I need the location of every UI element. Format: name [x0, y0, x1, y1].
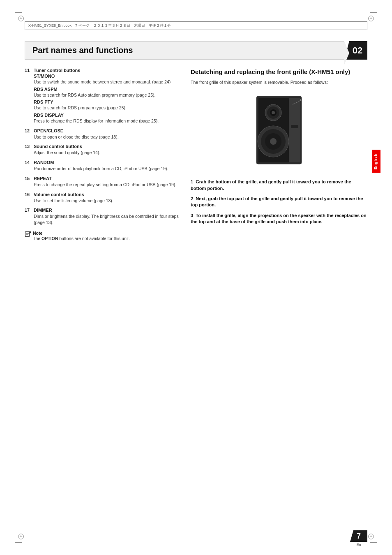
section-12-title: OPEN/CLOSE [34, 128, 63, 133]
svg-text:!: ! [30, 231, 30, 233]
file-info-bar: X-HM51_SYXE8_En.book 7 ページ ２０１３年３月２８日 木曜… [25, 21, 367, 30]
left-column: 11 Tuner control buttons ST/MONO Use to … [25, 68, 181, 241]
section-11-title: Tuner control buttons [34, 68, 80, 73]
section-15: 15 REPEAT Press to change the repeat pla… [25, 176, 181, 188]
section-11-body-rdsaspm: Use to search for RDS Auto station progr… [34, 92, 181, 98]
section-11-body-stmono: Use to switch the sound mode between ste… [34, 79, 181, 85]
svg-point-12 [272, 111, 275, 114]
section-12: 12 OPEN/CLOSE Use to open or close the d… [25, 128, 181, 140]
step-2-number: 2 [191, 196, 196, 201]
reg-mark-tr [368, 16, 374, 21]
header-title-box: Part names and functions [25, 41, 344, 60]
reg-mark-br [368, 534, 374, 539]
english-tab: English [372, 150, 380, 173]
detach-section-intro: The front grille of this speaker system … [191, 79, 367, 86]
section-14-title: RANDOM [34, 160, 54, 165]
right-column: English Detatching and replacing the fro… [191, 68, 367, 229]
section-11-body-rdspty: Use to search for RDS program types (pag… [34, 105, 181, 111]
section-16-body: Use to set the listening volume (page 13… [34, 198, 181, 204]
section-14-number: 14 [25, 160, 31, 165]
page-number-box: 7 [350, 530, 367, 542]
section-15-body: Press to change the repeat play setting … [34, 182, 181, 188]
section-13: 13 Sound control buttons Adjust the soun… [25, 144, 181, 156]
section-14-header: 14 RANDOM [25, 160, 181, 165]
section-11-subtitle-stmono: ST/MONO [34, 74, 181, 79]
section-11-header: 11 Tuner control buttons [25, 68, 181, 73]
svg-rect-19 [291, 125, 298, 128]
main-content: Part names and functions 02 11 Tuner con… [25, 41, 367, 522]
section-11-subtitle-rdspty: RDS PTY [34, 99, 181, 104]
speaker-image-container [246, 90, 312, 172]
section-13-title: Sound control buttons [34, 144, 82, 149]
section-13-number: 13 [25, 144, 31, 149]
step-3: 3 To install the grille, align the proje… [191, 213, 367, 225]
reg-mark-bl [18, 534, 24, 539]
note-text: The OPTION buttons are not available for… [33, 236, 130, 241]
section-13-body: Adjust the sound quality (page 14). [34, 150, 181, 156]
section-14: 14 RANDOM Randomize order of track playb… [25, 160, 181, 172]
section-11-subtitle-rdsdisplay: RDS DISPLAY [34, 113, 181, 118]
section-15-header: 15 REPEAT [25, 176, 181, 181]
reg-mark-tl [18, 16, 24, 21]
section-17: 17 DIMMER Dims or brightens the display.… [25, 208, 181, 225]
section-16-number: 16 [25, 192, 31, 197]
section-11-subtitle-rdsaspm: RDS ASPM [34, 87, 181, 92]
section-11: 11 Tuner control buttons ST/MONO Use to … [25, 68, 181, 124]
note-icon: ! [25, 231, 31, 237]
section-17-number: 17 [25, 208, 31, 213]
svg-point-16 [270, 138, 277, 145]
page-header: Part names and functions 02 [25, 41, 367, 60]
speaker-svg [248, 92, 310, 170]
section-13-header: 13 Sound control buttons [25, 144, 181, 149]
file-info-text: X-HM51_SYXE8_En.book 7 ページ ２０１３年３月２８日 木曜… [28, 23, 171, 28]
section-15-number: 15 [25, 176, 31, 181]
section-11-body-rdsdisplay: Press to change the RDS display for info… [34, 118, 181, 124]
section-17-title: DIMMER [34, 208, 52, 213]
section-17-body: Dims or brightens the display. The brigh… [34, 213, 181, 225]
section-16-title: Volume control buttons [34, 192, 84, 197]
step-2: 2 Next, grab the top part of the grille … [191, 196, 367, 208]
svg-rect-17 [289, 98, 300, 162]
page-title: Part names and functions [32, 46, 133, 55]
step-3-text: To install the grille, align the project… [191, 213, 367, 224]
section-12-header: 12 OPEN/CLOSE [25, 128, 181, 133]
section-12-number: 12 [25, 128, 31, 133]
two-column-layout: 11 Tuner control buttons ST/MONO Use to … [25, 68, 367, 241]
section-15-title: REPEAT [34, 176, 52, 181]
note-content: Note The OPTION buttons are not availabl… [33, 231, 130, 242]
step-1: 1 Grab the bottom of the grille, and gen… [191, 179, 367, 192]
step-3-number: 3 [191, 213, 196, 218]
section-11-number: 11 [25, 68, 31, 73]
note-section: ! Note The OPTION buttons are not availa… [25, 231, 181, 242]
detach-section-title: Detatching and replacing the front grill… [191, 68, 367, 76]
section-16: 16 Volume control buttons Use to set the… [25, 192, 181, 204]
step-2-text: Next, grab the top part of the grille an… [191, 196, 363, 207]
section-17-header: 17 DIMMER [25, 208, 181, 213]
page-en-label: En [356, 543, 361, 547]
section-12-body: Use to open or close the disc tray (page… [34, 134, 181, 140]
step-1-text: Grab the bottom of the grille, and gentl… [191, 179, 351, 190]
section-16-header: 16 Volume control buttons [25, 192, 181, 197]
page-number-area: 7 En [350, 530, 367, 547]
section-14-body: Randomize order of track playback from a… [34, 166, 181, 172]
note-label: Note [33, 231, 42, 236]
page-number: 7 [357, 532, 361, 541]
step-1-number: 1 [191, 179, 196, 184]
chapter-number: 02 [353, 45, 362, 56]
